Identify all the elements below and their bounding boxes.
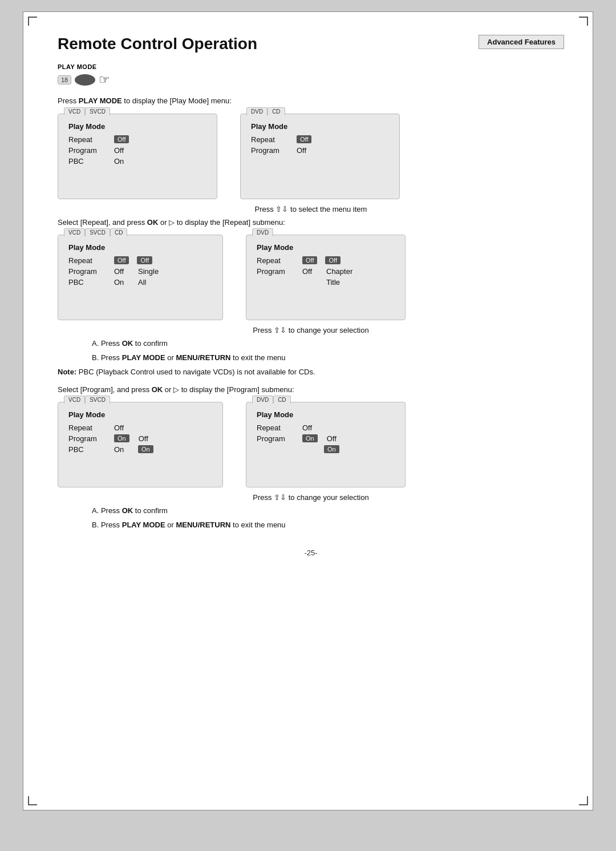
instruction-a-1: A. Press OK to confirm — [92, 338, 564, 350]
tab-strip-vcd-2: VCD SVCD CD — [64, 228, 127, 236]
select-program-text: Select [Program], and press OK or ▷ to d… — [58, 384, 564, 396]
play-mode-button[interactable] — [75, 74, 95, 86]
play-mode-label: PLAY MODE — [58, 63, 564, 70]
tab-dvd-2: DVD — [252, 228, 273, 236]
menus-row-3: VCD SVCD Play Mode Repeat Off Program On… — [58, 402, 564, 487]
program-single: Single — [138, 267, 159, 276]
program-chapter: Chapter — [326, 267, 352, 276]
tab-cd-3: CD — [273, 396, 290, 404]
program-label-v3: Program — [68, 434, 108, 443]
corner-bl — [28, 796, 37, 805]
menu-box-vcd-1: VCD SVCD Play Mode Repeat Off Program Of… — [58, 114, 217, 199]
center-text-3: Press ⇧⇩ to change your selection — [58, 493, 564, 502]
instruction-b-2: B. Press PLAY MODE or MENU/RETURN to exi… — [92, 519, 564, 531]
tab-dvd: DVD — [246, 107, 268, 115]
on-highlight-d3: On — [324, 445, 339, 453]
program-label-v2: Program — [68, 267, 108, 276]
repeat-off-v3: Off — [114, 424, 124, 432]
repeat-label-d2: Repeat — [257, 256, 297, 265]
main-page: Remote Control Operation Advanced Featur… — [23, 11, 593, 810]
menu-row-title-dvd2: Title — [257, 278, 395, 287]
repeat-label-dvd: Repeat — [251, 135, 291, 144]
menu-box-dvd-1: DVD CD Play Mode Repeat Off Program Off — [240, 114, 400, 199]
pbc-label-v3: PBC — [68, 445, 108, 454]
program-off-v3: Off — [139, 434, 148, 443]
tab-strip-vcd-3: VCD SVCD — [64, 396, 110, 404]
instruction-b-1: B. Press PLAY MODE or MENU/RETURN to exi… — [92, 352, 564, 364]
menu-row-program-dvd1: Program Off — [251, 146, 389, 155]
repeat-value-off: Off — [114, 135, 129, 143]
pbc-on-v2: On — [114, 278, 132, 287]
menu-title-vcd-3: Play Mode — [68, 410, 212, 419]
center-text-2: Press ⇧⇩ to change your selection — [58, 326, 564, 334]
intro-text: Press PLAY MODE to display the [Play Mod… — [58, 95, 564, 107]
corner-tl — [28, 17, 37, 26]
menu-row-repeat-dvd3: Repeat Off — [257, 424, 395, 432]
tab-svcd: SVCD — [85, 107, 110, 115]
tab-svcd-2: SVCD — [85, 228, 110, 236]
menu-row-program-dvd2: Program Off Chapter — [257, 267, 395, 276]
tab-svcd-3: SVCD — [85, 396, 110, 404]
tab-strip-dvd-3: DVD CD — [252, 396, 291, 404]
menu-box-vcd-3: VCD SVCD Play Mode Repeat Off Program On… — [58, 402, 223, 487]
program-value: Off — [114, 146, 124, 155]
program-off-v2: Off — [114, 267, 132, 276]
tab-vcd-2: VCD — [64, 228, 85, 236]
menu-row-pbc-vcd2: PBC On All — [68, 278, 212, 287]
program-title: Title — [326, 278, 340, 287]
program-label-dvd: Program — [251, 146, 291, 155]
menus-row-2: VCD SVCD CD Play Mode Repeat Off Off Pro… — [58, 235, 564, 320]
tab-cd-2: CD — [110, 228, 127, 236]
tab-strip-dvd-1: DVD CD — [246, 107, 285, 115]
program-label: Program — [68, 146, 108, 155]
menu-row-on-dvd3: On — [257, 445, 395, 453]
page-number: -25- — [58, 548, 564, 557]
note-text: Note: PBC (Playback Control used to navi… — [58, 368, 564, 376]
menu-row-repeat-dvd2: Repeat Off Off — [257, 256, 395, 265]
pbc-label-v2: PBC — [68, 278, 108, 287]
button-icon-row: 18 ☞ — [58, 72, 564, 87]
program-on-v3: On — [114, 434, 129, 442]
menu-row-repeat-dvd1: Repeat Off — [251, 135, 389, 144]
menu-row-pbc-1: PBC On — [68, 157, 206, 166]
tab-cd: CD — [268, 107, 285, 115]
advanced-features-badge: Advanced Features — [479, 35, 564, 49]
menu-row-program-vcd2: Program Off Single — [68, 267, 212, 276]
menu-row-pbc-vcd3: PBC On On — [68, 445, 212, 454]
menu-title-vcd-2: Play Mode — [68, 243, 212, 252]
repeat-value-dvd: Off — [297, 135, 311, 143]
program-value-dvd: Off — [297, 146, 306, 155]
pbc-all: All — [138, 278, 146, 287]
pbc-value: On — [114, 157, 124, 166]
menu-box-vcd-2: VCD SVCD CD Play Mode Repeat Off Off Pro… — [58, 235, 223, 320]
tab-vcd: VCD — [64, 107, 85, 115]
repeat-off-d2a: Off — [302, 256, 317, 264]
center-text-1: Press ⇧⇩ to select the menu item — [58, 205, 564, 213]
program-label-d2: Program — [257, 267, 297, 276]
tab-vcd-3: VCD — [64, 396, 85, 404]
menu-title-dvd-1: Play Mode — [251, 122, 389, 131]
pbc-on-v3: On — [114, 445, 132, 454]
program-label-d3: Program — [257, 434, 297, 443]
instruction-a-2: A. Press OK to confirm — [92, 505, 564, 517]
program-off-d2: Off — [302, 267, 321, 276]
repeat-off1: Off — [114, 256, 129, 264]
program-on-d3: On — [302, 434, 318, 442]
program-off-d3: Off — [327, 434, 337, 443]
tab-strip-dvd-2: DVD — [252, 228, 273, 236]
menu-row-repeat-vcd2: Repeat Off Off — [68, 256, 212, 265]
menu-row-repeat-1: Repeat Off — [68, 135, 206, 144]
menu-row-program-vcd3: Program On Off — [68, 434, 212, 443]
menu-row-program-dvd3: Program On Off — [257, 434, 395, 443]
menu-title-dvd-2: Play Mode — [257, 243, 395, 252]
tab-strip-vcd-1: VCD SVCD — [64, 107, 110, 115]
menu-box-dvd-2: DVD Play Mode Repeat Off Off Program Off… — [246, 235, 406, 320]
menu-title-dvd-3: Play Mode — [257, 410, 395, 419]
repeat-label-d3: Repeat — [257, 424, 297, 432]
pbc-on-highlight-v3: On — [138, 445, 153, 453]
repeat-off-d3: Off — [302, 424, 312, 432]
num-badge: 18 — [58, 75, 71, 84]
corner-tr — [579, 17, 588, 26]
repeat-off-d2b: Off — [325, 256, 340, 264]
tab-dvd-3: DVD — [252, 396, 273, 404]
